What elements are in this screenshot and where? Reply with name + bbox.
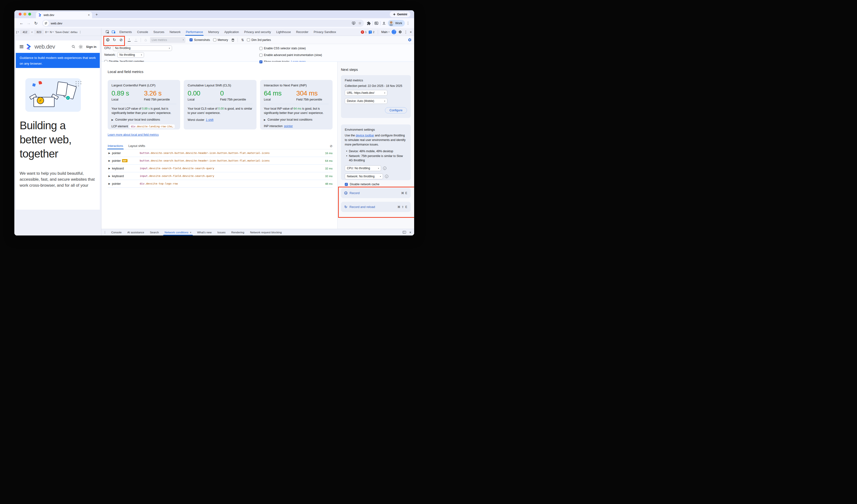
- field-url-select[interactable]: URL: https://web.dev/▾: [345, 90, 387, 96]
- interaction-row[interactable]: ▶ keyboard input.devsite-search-field.de…: [108, 172, 333, 180]
- paint-instrumentation-checkbox[interactable]: Enable advanced paint instrumentation (s…: [259, 52, 414, 58]
- load-profile-icon[interactable]: ↑: [126, 37, 133, 43]
- history-select[interactable]: Live metrics▾: [150, 37, 185, 43]
- drawer-tab[interactable]: Console×: [108, 229, 124, 235]
- webdev-logo[interactable]: [26, 44, 32, 50]
- omnibox[interactable]: web.dev ☆: [42, 20, 364, 27]
- bookmark-star-icon[interactable]: ☆: [358, 21, 362, 26]
- inp-interaction-link[interactable]: pointer: [284, 124, 293, 128]
- record-button[interactable]: Record ⌘ E: [341, 188, 411, 198]
- drawer-tab[interactable]: AI assistance×: [124, 229, 147, 235]
- learn-more-metrics-link[interactable]: Learn more about local and field metrics: [108, 133, 158, 136]
- field-device-select[interactable]: Device: Auto (Mobile)▾: [345, 98, 387, 104]
- maximize-window-button[interactable]: [28, 13, 31, 16]
- theme-toggle-icon[interactable]: [79, 45, 83, 49]
- collapse-sections-icon[interactable]: ⇅: [239, 37, 246, 43]
- tab-interactions[interactable]: Interactions: [108, 142, 123, 149]
- expand-row-icon[interactable]: ▶: [108, 167, 111, 170]
- error-badge-icon[interactable]: ✕: [361, 30, 364, 34]
- close-window-button[interactable]: [19, 13, 21, 16]
- device-select[interactable]: [▾: [16, 31, 19, 34]
- search-with-lens-icon[interactable]: [374, 21, 379, 25]
- devtools-tab[interactable]: Sources: [151, 28, 167, 36]
- devtools-tab[interactable]: Performance: [183, 28, 206, 36]
- devtools-tab[interactable]: Console: [134, 28, 151, 36]
- viewport-width-input[interactable]: 412: [20, 30, 30, 34]
- forward-icon[interactable]: →: [26, 20, 32, 27]
- drawer-tab[interactable]: Search×: [147, 229, 162, 235]
- gemini-button[interactable]: Gemini: [390, 12, 410, 17]
- expand-row-icon[interactable]: ▶: [108, 159, 111, 162]
- throttle-select[interactable]: N▾: [50, 31, 53, 34]
- collect-garbage-icon[interactable]: [230, 37, 236, 43]
- viewport-height-input[interactable]: 823: [34, 30, 44, 34]
- devtools-tab[interactable]: Recorder: [293, 28, 311, 36]
- install-icon[interactable]: [352, 21, 355, 25]
- devtools-menu-icon[interactable]: ⋮: [404, 30, 408, 34]
- record-and-reload-button[interactable]: ↻ Record and reload ⌘ ⇧ E: [341, 202, 411, 212]
- close-tab-icon[interactable]: ×: [190, 231, 191, 234]
- tab-layout-shifts[interactable]: Layout shifts: [129, 142, 145, 149]
- env-cpu-select[interactable]: CPU: No throttling▾: [345, 165, 381, 171]
- consider-conditions-expander[interactable]: ▶Consider your local test conditions: [264, 118, 329, 121]
- split-panel-icon[interactable]: [403, 231, 406, 234]
- expand-row-icon[interactable]: ▶: [108, 175, 111, 177]
- site-settings-icon[interactable]: [43, 20, 49, 26]
- disable-network-cache-checkbox[interactable]: Disable network cache: [345, 183, 407, 186]
- info-icon[interactable]: i: [385, 175, 388, 178]
- screenshots-checkbox[interactable]: Screenshots: [189, 38, 210, 41]
- device-toolbar-link[interactable]: device toolbar: [356, 134, 374, 137]
- devtools-tab[interactable]: Privacy Sandbox: [311, 28, 339, 36]
- record-and-reload-icon[interactable]: ↻: [111, 37, 118, 43]
- interaction-row[interactable]: ▶ pointerINP button.devsite-search-butto…: [108, 157, 333, 165]
- issues-badge-icon[interactable]: [369, 31, 372, 34]
- devtools-tab[interactable]: Memory: [205, 28, 221, 36]
- interaction-row[interactable]: ▶ pointer div.devsite-top-logo-row 48 ms: [108, 180, 333, 188]
- css-selector-stats-checkbox[interactable]: Enable CSS selector stats (slow): [259, 46, 414, 51]
- devtools-tab[interactable]: Privacy and security: [242, 28, 274, 36]
- home-live-metrics-icon[interactable]: ⌂: [142, 37, 149, 43]
- save-profile-icon[interactable]: ↓: [133, 37, 139, 43]
- new-tab-button[interactable]: +: [96, 12, 98, 18]
- extensions-icon[interactable]: [367, 21, 371, 26]
- downloads-icon[interactable]: [382, 21, 386, 25]
- drawer-tab[interactable]: Rendering×: [229, 229, 247, 235]
- drawer-menu-icon[interactable]: ⋮: [103, 231, 106, 234]
- env-network-select[interactable]: Network: No throttling▾: [345, 173, 383, 179]
- tab-close-icon[interactable]: ×: [88, 13, 90, 17]
- drawer-tab[interactable]: Network request blocking×: [247, 229, 284, 235]
- ai-assistance-icon[interactable]: [392, 30, 396, 34]
- drawer-tab[interactable]: What's new×: [194, 229, 215, 235]
- device-toolbar-icon[interactable]: [111, 30, 117, 34]
- dim-3rd-parties-checkbox[interactable]: Dim 3rd parties: [247, 38, 271, 41]
- context-select[interactable]: Main▾: [381, 30, 389, 34]
- cpu-throttling-select[interactable]: No throttling▾: [113, 46, 172, 51]
- drawer-tab[interactable]: Network conditions×: [162, 229, 194, 235]
- site-name[interactable]: web.dev: [34, 43, 55, 50]
- devtools-settings-icon[interactable]: [398, 30, 402, 34]
- search-icon[interactable]: [71, 45, 75, 49]
- worst-cluster-link[interactable]: 1 shift: [206, 118, 214, 121]
- close-drawer-icon[interactable]: ×: [409, 231, 411, 234]
- capture-settings-icon[interactable]: [408, 38, 412, 42]
- back-icon[interactable]: ←: [18, 20, 25, 27]
- info-icon[interactable]: i: [383, 167, 386, 170]
- configure-button[interactable]: Configure: [385, 107, 407, 114]
- record-icon[interactable]: [104, 37, 111, 43]
- devtools-tab[interactable]: Network: [167, 28, 183, 36]
- lcp-element-chip[interactable]: div.devsite-landing-row-ite…: [130, 124, 175, 128]
- devtools-tab[interactable]: Lighthouse: [273, 28, 293, 36]
- zoom-select[interactable]: 8▾: [45, 31, 48, 34]
- devtools-close-icon[interactable]: ×: [410, 30, 412, 34]
- browser-tab[interactable]: web.dev ×: [36, 12, 92, 18]
- consider-conditions-expander[interactable]: ▶Consider your local test conditions: [112, 118, 176, 121]
- network-throttling-select[interactable]: No throttling▾: [117, 52, 144, 58]
- interaction-row[interactable]: ▶ pointer button.devsite-search-button.d…: [108, 149, 333, 157]
- reload-icon[interactable]: ↻: [33, 20, 39, 27]
- memory-checkbox[interactable]: Memory: [213, 38, 228, 41]
- sign-in-button[interactable]: Sign in: [86, 45, 97, 49]
- expand-row-icon[interactable]: ▶: [108, 152, 111, 154]
- device-toolbar-menu-icon[interactable]: ⋮: [79, 30, 82, 34]
- expand-row-icon[interactable]: ▶: [108, 182, 111, 185]
- profile-chip[interactable]: Work: [388, 20, 405, 27]
